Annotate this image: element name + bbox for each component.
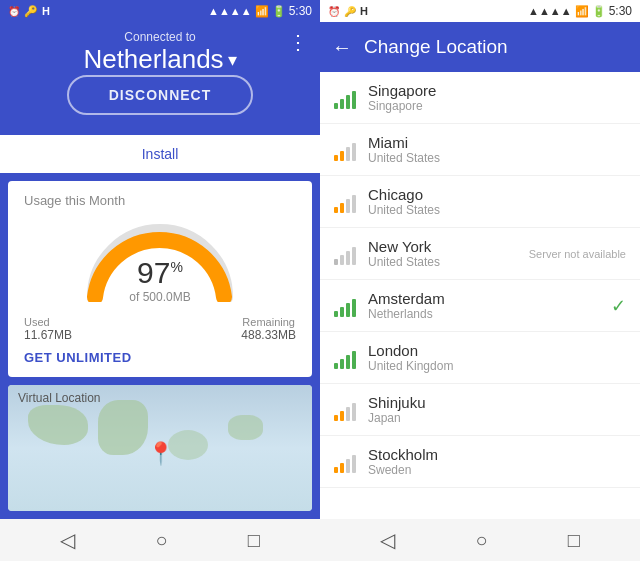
usage-card: Usage this Month 97% of 500.0MB Used 11.… — [8, 181, 312, 377]
signal-strength-icon — [334, 243, 356, 265]
location-country: Japan — [368, 411, 626, 425]
map-section: Virtual Location 📍 — [8, 385, 312, 511]
signal-strength-icon — [334, 295, 356, 317]
location-name: Netherlands — [83, 44, 223, 75]
header: ⋮ Connected to Netherlands ▾ DISCONNECT — [0, 22, 320, 135]
install-link[interactable]: Install — [142, 146, 179, 162]
list-item[interactable]: SingaporeSingapore — [320, 72, 640, 124]
gauge-percent: 97% — [137, 256, 183, 289]
location-country: United States — [368, 203, 626, 217]
server-unavailable-label: Server not available — [529, 248, 626, 260]
status-bar-right: ▲▲▲▲ 📶 🔋 5:30 — [208, 4, 312, 18]
right-h-icon: H — [360, 5, 368, 17]
disconnect-button[interactable]: DISCONNECT — [67, 75, 254, 115]
used-value: 11.67MB — [24, 328, 72, 342]
location-country: United States — [368, 151, 626, 165]
list-item[interactable]: MiamiUnited States — [320, 124, 640, 176]
location-name: Miami — [368, 134, 626, 151]
location-name: Shinjuku — [368, 394, 626, 411]
location-country: United Kingdom — [368, 359, 626, 373]
connected-to-label: Connected to — [124, 30, 195, 44]
list-item[interactable]: StockholmSweden — [320, 436, 640, 488]
location-country: Sweden — [368, 463, 626, 477]
alarm-icon: ⏰ — [8, 6, 20, 17]
home-nav-icon[interactable]: ○ — [155, 529, 167, 552]
usage-gauge: 97% of 500.0MB — [24, 212, 296, 312]
remaining-stat: Remaining 488.33MB — [241, 316, 296, 342]
right-nav-bar: ◁ ○ □ — [320, 519, 640, 561]
change-location-header: ← Change Location — [320, 22, 640, 72]
signal-bars-icon: ▲▲▲▲ — [208, 5, 252, 17]
signal-strength-icon — [334, 139, 356, 161]
right-back-nav-icon[interactable]: ◁ — [380, 528, 395, 552]
signal-strength-icon — [334, 451, 356, 473]
left-status-bar: ⏰ 🔑 H ▲▲▲▲ 📶 🔋 5:30 — [0, 0, 320, 22]
signal-strength-icon — [334, 399, 356, 421]
back-button[interactable]: ← — [332, 36, 352, 59]
list-item[interactable]: AmsterdamNetherlands✓ — [320, 280, 640, 332]
get-unlimited-button[interactable]: GET UNLIMITED — [24, 350, 296, 365]
right-key-icon: 🔑 — [344, 6, 356, 17]
list-item[interactable]: LondonUnited Kingdom — [320, 332, 640, 384]
install-banner: Install — [0, 135, 320, 173]
right-panel: ⏰ 🔑 H ▲▲▲▲ 📶 🔋 5:30 ← Change Location Si… — [320, 0, 640, 561]
map-pin-icon: 📍 — [147, 441, 174, 467]
location-list[interactable]: SingaporeSingaporeMiamiUnited StatesChic… — [320, 72, 640, 519]
used-label: Used — [24, 316, 72, 328]
usage-title: Usage this Month — [24, 193, 296, 208]
location-name: Amsterdam — [368, 290, 626, 307]
key-icon: 🔑 — [24, 5, 38, 18]
location-country: Singapore — [368, 99, 626, 113]
dropdown-arrow-icon: ▾ — [228, 49, 237, 71]
selected-checkmark-icon: ✓ — [611, 295, 626, 317]
list-item[interactable]: New YorkUnited StatesServer not availabl… — [320, 228, 640, 280]
usage-stats: Used 11.67MB Remaining 488.33MB — [24, 316, 296, 342]
back-nav-icon[interactable]: ◁ — [60, 528, 75, 552]
remaining-value: 488.33MB — [241, 328, 296, 342]
battery-icon: 🔋 — [272, 5, 286, 18]
remaining-label: Remaining — [241, 316, 296, 328]
right-time-display: 5:30 — [609, 4, 632, 18]
gauge-of-label: of 500.0MB — [129, 290, 190, 304]
list-item[interactable]: ChicagoUnited States — [320, 176, 640, 228]
location-name: Chicago — [368, 186, 626, 203]
virtual-location-label: Virtual Location — [18, 391, 101, 405]
change-location-title: Change Location — [364, 36, 508, 58]
status-bar-left-icons: ⏰ 🔑 H — [8, 5, 50, 18]
h-icon: H — [42, 5, 50, 17]
right-battery-icon: 🔋 — [592, 5, 606, 18]
right-status-left: ⏰ 🔑 H — [328, 5, 368, 17]
right-home-nav-icon[interactable]: ○ — [475, 529, 487, 552]
right-alarm-icon: ⏰ — [328, 6, 340, 17]
left-nav-bar: ◁ ○ □ — [0, 519, 320, 561]
signal-strength-icon — [334, 347, 356, 369]
gauge-text: 97% of 500.0MB — [129, 256, 190, 304]
location-country: Netherlands — [368, 307, 626, 321]
map-background: Virtual Location 📍 — [8, 385, 312, 511]
recents-nav-icon[interactable]: □ — [248, 529, 260, 552]
more-options-icon[interactable]: ⋮ — [288, 30, 308, 54]
right-recents-nav-icon[interactable]: □ — [568, 529, 580, 552]
current-location[interactable]: Netherlands ▾ — [83, 44, 236, 75]
right-status-right: ▲▲▲▲ 📶 🔋 5:30 — [528, 4, 632, 18]
location-name: London — [368, 342, 626, 359]
signal-strength-icon — [334, 191, 356, 213]
signal-strength-icon — [334, 87, 356, 109]
list-item[interactable]: ShinjukuJapan — [320, 384, 640, 436]
time-display: 5:30 — [289, 4, 312, 18]
left-panel: ⏰ 🔑 H ▲▲▲▲ 📶 🔋 5:30 ⋮ Connected to Nethe… — [0, 0, 320, 561]
right-status-bar: ⏰ 🔑 H ▲▲▲▲ 📶 🔋 5:30 — [320, 0, 640, 22]
wifi-icon: 📶 — [255, 5, 269, 18]
right-signal-icon: ▲▲▲▲ — [528, 5, 572, 17]
location-name: Singapore — [368, 82, 626, 99]
right-wifi-icon: 📶 — [575, 5, 589, 18]
location-name: Stockholm — [368, 446, 626, 463]
used-stat: Used 11.67MB — [24, 316, 72, 342]
